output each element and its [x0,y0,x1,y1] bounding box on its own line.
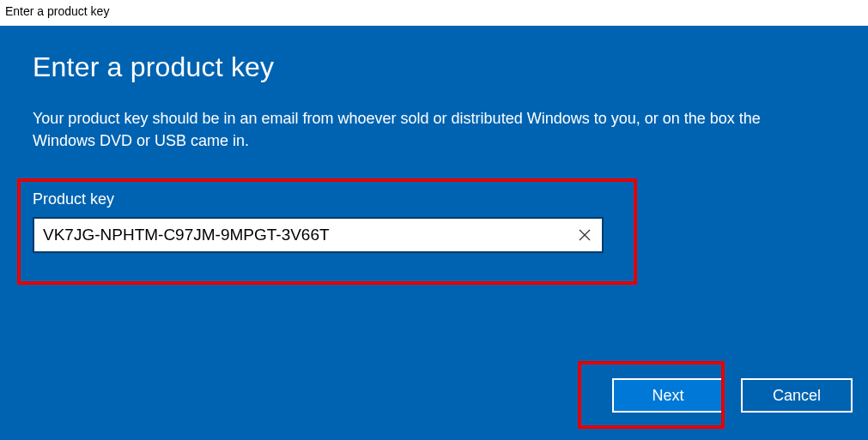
next-button[interactable]: Next [612,378,724,413]
dialog-description: Your product key should be in an email f… [33,107,822,152]
cancel-button[interactable]: Cancel [741,378,853,413]
product-key-input[interactable] [34,219,568,251]
product-key-label: Product key [33,190,621,208]
product-key-field-group: Product key [33,190,621,253]
clear-input-button[interactable] [568,219,602,251]
dialog-heading: Enter a product key [33,51,835,83]
dialog-button-row: Next Cancel [612,378,853,413]
window-title: Enter a product key [5,4,109,18]
product-key-input-wrap [33,217,604,253]
window-titlebar: Enter a product key [0,0,868,26]
close-icon [579,229,591,241]
dialog-panel: Enter a product key Your product key sho… [0,26,868,440]
